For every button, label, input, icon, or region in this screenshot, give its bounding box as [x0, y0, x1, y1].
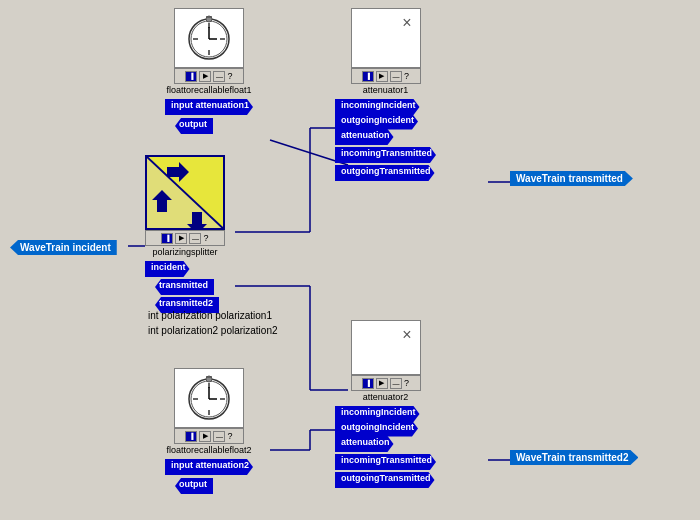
port-incoming-transmitted-a2[interactable]: incomingTransmitted	[335, 454, 436, 470]
toolbar-btn-blue-a2[interactable]: ▐	[362, 378, 374, 389]
port-input-attenuation1[interactable]: input attenuation1	[165, 99, 253, 115]
toolbar-btn-dash-ps[interactable]: —	[189, 233, 201, 244]
wavetrain-transmitted2-label: WaveTrain transmitted2	[510, 450, 638, 465]
port-outgoing-transmitted-a1[interactable]: outgoingTransmitted	[335, 165, 435, 181]
floattorecallablefloat2-label: floattorecallablefloat2	[165, 444, 253, 456]
port-outgoing-incident-a1[interactable]: outgoingIncident	[335, 114, 418, 130]
port-outgoing-incident-a2[interactable]: outgoingIncident	[335, 421, 418, 437]
attenuator2-node: × ▐ ▶ — ? attenuator2 incomingIncident o…	[335, 320, 436, 489]
floattorecallablefloat2-node: ▐ ▶ — ? floattorecallablefloat2 input at…	[165, 368, 253, 494]
toolbar-btn-dash2[interactable]: —	[213, 431, 225, 442]
port-transmitted-ps[interactable]: transmitted	[155, 279, 214, 295]
polarizingsplitter-label: polarizingsplitter	[145, 246, 225, 258]
port-incoming-transmitted-a1[interactable]: incomingTransmitted	[335, 147, 436, 163]
splitter-icon	[145, 155, 225, 230]
toolbar-btn-play2[interactable]: ▶	[199, 431, 211, 442]
toolbar-btn-play-ps[interactable]: ▶	[175, 233, 187, 244]
toolbar-btn-blue-ps[interactable]: ▐	[161, 233, 173, 244]
floattorecallablefloat1-label: floattorecallablefloat1	[165, 84, 253, 96]
toolbar-btn-dash-a1[interactable]: —	[390, 71, 402, 82]
port-output2[interactable]: output	[175, 478, 213, 494]
port-incoming-incident-a1[interactable]: incomingIncident	[335, 99, 420, 115]
port-input-attenuation2[interactable]: input attenuation2	[165, 459, 253, 475]
int-polarization1-text: int polarization polarization1	[148, 310, 272, 321]
toolbar-btn-dash1[interactable]: —	[213, 71, 225, 82]
wavetrain-transmitted1-label: WaveTrain transmitted	[510, 171, 633, 186]
port-incident-ps[interactable]: incident	[145, 261, 190, 277]
polarizingsplitter-node: ▐ ▶ — ? polarizingsplitter incident tran…	[145, 155, 225, 314]
toolbar-btn-blue1[interactable]: ▐	[185, 71, 197, 82]
floattorecallablefloat1-node: ▐ ▶ — ? floattorecallablefloat1 input at…	[165, 8, 253, 134]
attenuator1-node: × ▐ ▶ — ? attenuator1 incomingIncident o…	[335, 8, 436, 182]
attenuator1-label: attenuator1	[335, 84, 436, 96]
toolbar-btn-play1[interactable]: ▶	[199, 71, 211, 82]
toolbar-btn-play-a2[interactable]: ▶	[376, 378, 388, 389]
port-attenuation-a2[interactable]: attenuation	[335, 436, 394, 452]
toolbar-btn-blue-a1[interactable]: ▐	[362, 71, 374, 82]
int-polarization2-text: int polarization2 polarization2	[148, 325, 278, 336]
toolbar-btn-dash-a2[interactable]: —	[390, 378, 402, 389]
attenuator2-label: attenuator2	[335, 391, 436, 403]
wavetrain-incident-label: WaveTrain incident	[10, 240, 117, 255]
toolbar-btn-blue2[interactable]: ▐	[185, 431, 197, 442]
port-incoming-incident-a2[interactable]: incomingIncident	[335, 406, 420, 422]
port-outgoing-transmitted-a2[interactable]: outgoingTransmitted	[335, 472, 435, 488]
toolbar-btn-play-a1[interactable]: ▶	[376, 71, 388, 82]
port-output1[interactable]: output	[175, 118, 213, 134]
port-attenuation-a1[interactable]: attenuation	[335, 129, 394, 145]
